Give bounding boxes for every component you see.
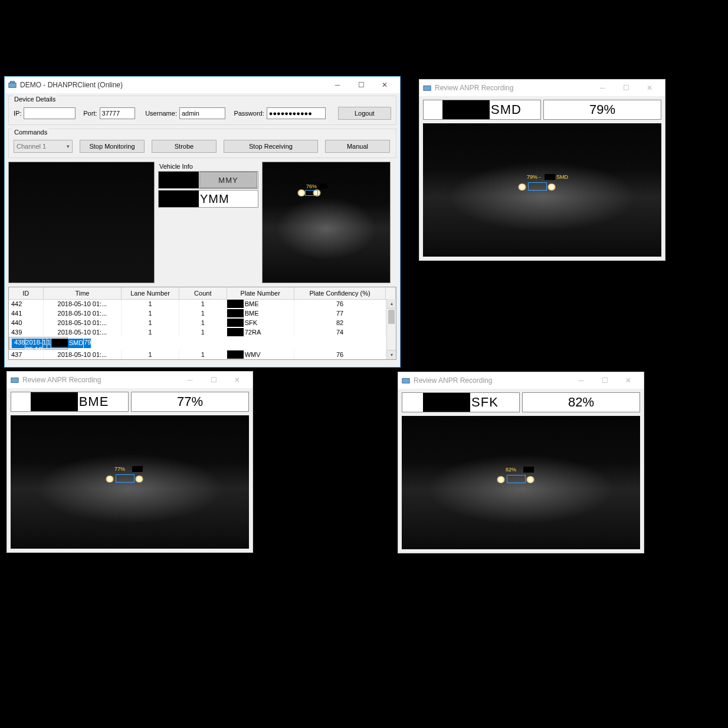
maximize-button[interactable]: ☐ [349,77,373,93]
stop-receiving-button[interactable]: Stop Receiving [224,140,318,153]
username-input[interactable] [179,107,225,119]
review-image: 77% [11,415,249,549]
titlebar[interactable]: Review ANPR Recording ─ ☐ ✕ [7,372,252,388]
table-row[interactable]: 4382018-05-10 01:...11SMD79 [9,337,68,350]
table-row[interactable]: 4422018-05-10 01:...11BME76 [9,299,396,309]
review-plate-text: SFK [470,395,499,410]
app-icon [423,84,431,92]
titlebar[interactable]: Review ANPR Recording ─ ☐ ✕ [398,372,644,389]
stop-monitoring-button[interactable]: Stop Monitoring [80,140,145,153]
detection-annotation: 82% [506,467,516,473]
window-title: DEMO - DHANPRClient (Online) [20,81,123,89]
maximize-button[interactable]: ☐ [202,372,225,388]
review-window: Review ANPR Recording ─ ☐ ✕ SMD 79% 79% … [419,79,665,261]
col-id[interactable]: ID [9,287,43,299]
review-image: 79% - SMD [423,123,661,257]
table-row[interactable]: 4412018-05-10 01:...11BME77 [9,309,396,318]
minimize-button[interactable]: ─ [178,372,202,388]
password-label: Password: [234,110,264,117]
review-confidence-box: 77% [131,392,249,412]
channel-select-value: Channel 1 [17,143,46,150]
detection-box [305,190,318,196]
svg-rect-0 [9,83,16,88]
channel-select[interactable]: Channel 1 ▾ [14,140,73,153]
logout-button[interactable]: Logout [338,107,391,120]
close-button[interactable]: ✕ [638,80,661,96]
col-time[interactable]: Time [43,287,122,299]
plate-text-value: YMM [199,192,229,206]
redaction-block [159,172,199,188]
redaction-block [227,309,244,317]
review-confidence-text: 77% [177,394,203,409]
strobe-button[interactable]: Strobe [152,140,217,153]
scroll-up-icon[interactable]: ▴ [387,299,396,309]
live-camera-right: 76% [262,162,391,283]
redaction-block [227,350,244,359]
minimize-button[interactable]: ─ [326,77,349,93]
review-plate-box: BME [11,392,129,412]
redaction-block [159,191,199,207]
live-camera-left [8,162,155,283]
close-button[interactable]: ✕ [616,372,640,389]
col-conf[interactable]: Plate Confidency (%) [294,287,386,299]
redaction-block [227,300,244,308]
detection-box [528,182,547,191]
redaction-block [227,328,244,336]
window-title: Review ANPR Recording [22,376,101,384]
review-confidence-text: 82% [568,395,594,410]
maximize-button[interactable]: ☐ [614,80,638,96]
redaction-block [423,393,470,412]
col-count[interactable]: Count [179,287,227,299]
table-row[interactable]: 4372018-05-10 01:...11WMV76 [9,350,396,359]
table-header-row: ID Time Lane Number Count Plate Number P… [9,287,396,299]
chevron-down-icon: ▾ [67,143,70,149]
redaction-block [132,466,143,472]
svg-rect-4 [402,379,409,383]
titlebar[interactable]: DEMO - DHANPRClient (Online) ─ ☐ ✕ [5,77,400,93]
review-image: 82% [402,416,640,549]
minimize-button[interactable]: ─ [591,80,614,96]
svg-rect-2 [424,86,431,91]
redaction-block [319,183,327,189]
maximize-button[interactable]: ☐ [593,372,616,389]
close-button[interactable]: ✕ [373,77,396,93]
username-label: Username: [145,110,177,117]
review-confidence-box: 82% [522,392,640,412]
close-button[interactable]: ✕ [225,372,249,388]
scroll-thumb[interactable] [388,310,395,324]
redaction-block [442,100,490,119]
ip-input[interactable] [24,107,76,119]
manual-button[interactable]: Manual [325,140,390,153]
review-plate-box: SFK [402,392,520,412]
commands-legend: Commands [12,129,49,136]
review-plate-box: SMD [423,100,541,120]
detection-plate: SMD [556,174,568,180]
plate-image: MMY [158,171,258,189]
minimize-button[interactable]: ─ [569,372,593,389]
review-window: Review ANPR Recording ─ ☐ ✕ SFK 82% 82% [398,372,644,553]
table-scrollbar[interactable]: ▴ ▾ [386,299,396,359]
app-icon [402,376,410,385]
redaction-block [31,392,78,411]
table-row[interactable]: 4402018-05-10 01:...11SFK82 [9,318,396,327]
svg-rect-3 [11,378,18,383]
scroll-down-icon[interactable]: ▾ [387,350,396,359]
titlebar[interactable]: Review ANPR Recording ─ ☐ ✕ [419,80,665,96]
port-label: Port: [83,110,97,117]
plate-image-text: MMY [199,172,257,188]
password-input[interactable] [267,107,326,119]
col-lane[interactable]: Lane Number [122,287,179,299]
vehicle-info-legend: Vehicle Info [159,163,258,170]
detection-annotation: 77% [114,466,125,472]
plate-text: YMM [158,190,258,208]
commands-group: Commands Channel 1 ▾ Stop Monitoring Str… [8,129,396,158]
redaction-block [545,174,555,180]
col-plate[interactable]: Plate Number [227,287,294,299]
detection-box [507,475,526,483]
table-row[interactable]: 4392018-05-10 01:...1172RA74 [9,327,396,337]
detection-box [116,474,135,483]
port-input[interactable] [100,107,135,119]
vehicle-info-panel: Vehicle Info MMY YMM [158,162,258,283]
review-plate-text: BME [78,394,109,409]
window-title: Review ANPR Recording [414,376,492,385]
